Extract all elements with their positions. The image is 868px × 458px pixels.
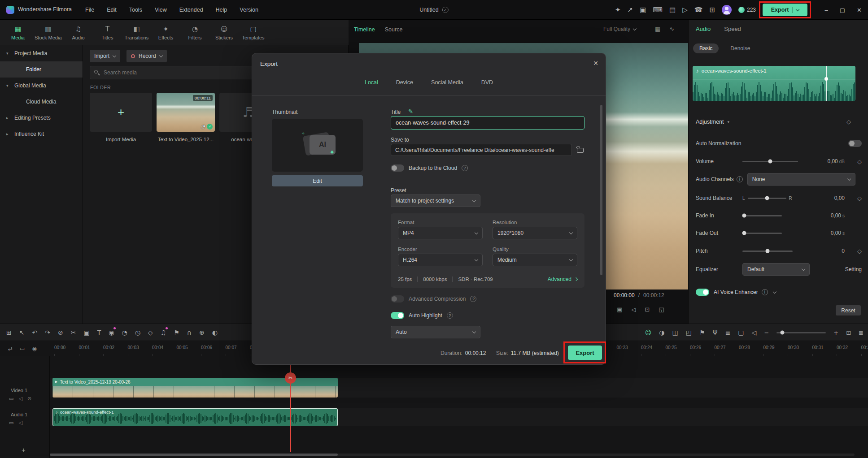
auto-normalization-toggle[interactable] — [848, 140, 862, 147]
help-icon[interactable]: ? — [462, 165, 468, 171]
tab-transitions[interactable]: ◧ Transitions — [124, 25, 149, 40]
menu-item[interactable]: Extended — [179, 7, 203, 13]
mic-icon[interactable]: Ψ — [713, 328, 718, 337]
export-button-dialog[interactable]: Export — [568, 346, 602, 360]
export-tab[interactable]: Device — [396, 79, 413, 89]
motion-track-icon[interactable]: ⊕ — [199, 328, 205, 337]
learning-center-icon[interactable]: ▷ — [682, 6, 688, 14]
tab-media[interactable]: ▦ Media — [5, 25, 31, 40]
fade-in-slider[interactable] — [742, 215, 782, 216]
snapshot-icon[interactable]: ▣ — [617, 306, 622, 313]
keyboard-shortcut-icon[interactable]: ⌨ — [653, 6, 663, 14]
tab-filters[interactable]: ◔ Filters — [183, 25, 208, 40]
maximize-button[interactable]: ▢ — [840, 7, 845, 13]
mute-icon[interactable]: ◁ — [631, 306, 636, 313]
equalizer-setting-button[interactable]: Setting — [845, 266, 862, 272]
split-icon[interactable]: ✂ — [71, 328, 76, 337]
tab-speed[interactable]: Speed — [724, 26, 741, 32]
tab-titles[interactable]: T Titles — [95, 25, 120, 40]
mask-icon[interactable]: ◑ — [659, 328, 664, 337]
preset-dropdown[interactable]: Match to project settings — [391, 194, 480, 207]
camera-icon[interactable]: ▢ — [738, 328, 744, 337]
browse-folder-button[interactable] — [574, 144, 586, 156]
box-select-icon[interactable]: ▭ — [20, 346, 25, 352]
export-thumbnail[interactable]: AI ✦ ✧ — [272, 119, 363, 172]
tab-source[interactable]: Source — [385, 26, 403, 33]
aspect-ratio-icon[interactable]: ⊡ — [645, 306, 650, 313]
audio-meter-icon[interactable]: ∿ — [669, 26, 674, 32]
mixer-icon[interactable]: ≣ — [725, 328, 731, 337]
backup-cloud-toggle[interactable] — [391, 164, 404, 172]
snapshot-tool-icon[interactable]: ◉ — [32, 346, 36, 352]
track-visibility-icon[interactable]: ⊙ — [27, 396, 31, 402]
sidebar-item[interactable]: ▸ Editing Presets — [0, 110, 83, 126]
track-mute-icon[interactable]: ◁ — [18, 420, 22, 426]
keyframe-icon[interactable]: ◇ — [846, 118, 851, 125]
subtab-denoise[interactable]: Denoise — [724, 43, 756, 53]
sidebar-item[interactable]: ▾ Project Media — [0, 45, 83, 61]
edit-pencil-icon[interactable]: ✎ — [408, 108, 413, 115]
export-tab[interactable]: Local — [365, 79, 378, 89]
split-screen-icon[interactable]: ◫ — [672, 328, 678, 337]
timeline-scrollbar[interactable] — [50, 454, 855, 456]
audio-clip[interactable]: ♪ ocean-waves-sound-effect-1 — [52, 408, 338, 426]
dialog-close-icon[interactable]: ✕ — [593, 60, 598, 67]
ai-emoji-icon[interactable]: ☺ — [645, 328, 652, 337]
export-tab[interactable]: DVD — [481, 79, 493, 89]
close-button[interactable]: ✕ — [857, 7, 862, 13]
pitch-slider[interactable] — [742, 251, 793, 252]
keyframe-icon[interactable]: ◇ — [845, 248, 862, 255]
subtab-basic[interactable]: Basic — [693, 43, 719, 53]
auto-highlight-toggle[interactable] — [391, 312, 404, 319]
pip-icon[interactable]: ◰ — [686, 328, 692, 337]
screen-record-icon[interactable]: ▣ — [640, 6, 646, 14]
support-icon[interactable]: ☎ — [694, 6, 703, 14]
import-media-tile[interactable]: + — [90, 93, 152, 132]
scrollbar-thumb[interactable] — [50, 454, 338, 456]
menu-item[interactable]: File — [85, 7, 94, 13]
tab-timeline[interactable]: Timeline — [354, 26, 375, 33]
import-dropdown[interactable]: Import — [90, 50, 120, 62]
share-icon[interactable]: ↗ — [628, 6, 633, 14]
volume-envelope-line[interactable] — [693, 79, 855, 79]
track-list-icon[interactable]: ≣ — [859, 329, 864, 336]
voiceover-icon[interactable]: ◉ — [109, 328, 114, 337]
zoom-fit-icon[interactable]: ⊡ — [846, 329, 851, 336]
chroma-key-icon[interactable]: ◐ — [212, 328, 218, 337]
track-mute-icon[interactable]: ◁ — [18, 396, 22, 402]
audio-clip-preview[interactable]: ♪ ocean-waves-sound-effect-1 — [693, 66, 855, 101]
delete-icon[interactable]: ⊘ — [58, 328, 63, 337]
track-source-icon[interactable]: ▭ — [9, 420, 13, 426]
coins-badge[interactable]: 223 — [738, 7, 756, 13]
promotion-icon[interactable]: ✦ — [615, 6, 621, 14]
tab-templates[interactable]: ▢ Templates — [241, 25, 266, 40]
menu-item[interactable]: Tools — [129, 7, 142, 13]
highlight-mode-dropdown[interactable]: Auto — [391, 326, 480, 338]
zoom-out-icon[interactable]: − — [764, 329, 769, 336]
equalizer-dropdown[interactable]: Default — [742, 263, 810, 276]
tab-stickers[interactable]: ☺ Stickers — [212, 25, 237, 40]
fade-out-slider[interactable] — [742, 233, 782, 234]
help-icon[interactable]: ? — [470, 296, 476, 302]
speed-icon[interactable]: ◔ — [122, 328, 127, 337]
video-media-tile[interactable]: 00:00:11 ◔ ✓ — [157, 93, 215, 132]
minimize-button[interactable]: – — [825, 7, 828, 13]
dialog-scrollbar[interactable] — [600, 105, 602, 275]
save-path-field[interactable]: C:/Users/Rifat/Documents/Freelance Dita/… — [391, 144, 572, 156]
keyframe-icon[interactable]: ◇ — [845, 195, 862, 202]
playhead-split-button[interactable]: ✂ — [285, 372, 296, 384]
tab-audio[interactable]: Audio — [696, 26, 711, 32]
chevron-down-icon[interactable] — [772, 289, 776, 293]
undo-icon[interactable]: ↶ — [32, 328, 37, 337]
export-tab[interactable]: Social Media — [431, 79, 463, 89]
search-input[interactable] — [90, 66, 254, 79]
menu-item[interactable]: View — [155, 7, 167, 13]
quality-dropdown[interactable]: Full Quality — [603, 26, 636, 32]
zoom-in-icon[interactable]: + — [833, 329, 838, 336]
magnet-icon[interactable]: ∩ — [187, 328, 192, 337]
menu-item[interactable]: Version — [240, 7, 258, 13]
quality-dropdown[interactable]: Medium — [493, 254, 577, 266]
volume-slider[interactable] — [742, 161, 798, 162]
tab-stock-media[interactable]: ▥ Stock Media — [35, 25, 62, 40]
sidebar-item[interactable]: Cloud Media — [0, 94, 83, 110]
